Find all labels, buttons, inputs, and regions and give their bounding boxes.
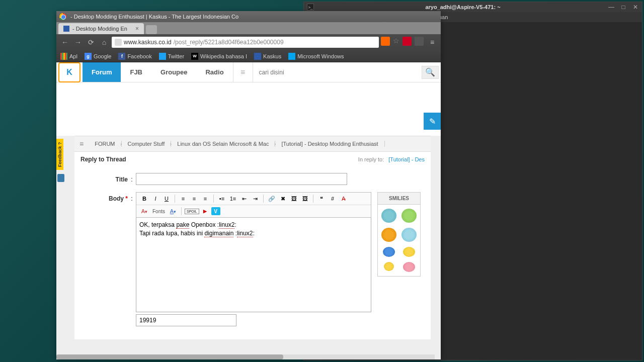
nav-forum[interactable]: Forum <box>83 62 121 82</box>
scrollbar-thumb[interactable] <box>56 354 283 359</box>
bookmark-apps[interactable]: Apl <box>60 53 77 60</box>
smiley-6[interactable] <box>403 247 415 257</box>
fonts-dropdown[interactable]: Fonts <box>150 209 167 214</box>
chrome-window[interactable]: - Desktop Modding Enthusiast | Kaskus - … <box>56 11 441 359</box>
smiley-4[interactable] <box>401 228 417 242</box>
nav-fjb[interactable]: FJB <box>121 62 151 82</box>
address-bar: ← → ⟳ ⌂ www.kaskus.co.id/post_reply/5221… <box>56 34 441 50</box>
nav-more-icon[interactable]: ≡ <box>233 62 253 82</box>
image-button[interactable]: 🖼 <box>289 194 299 203</box>
italic-button[interactable]: I <box>150 194 160 203</box>
nav-groupee[interactable]: Groupee <box>151 62 196 82</box>
breadcrumb-computer[interactable]: Computer Stuff <box>122 141 172 147</box>
search-input[interactable] <box>255 66 422 79</box>
tab-title: - Desktop Modding En <box>72 26 127 32</box>
align-center-button[interactable]: ≡ <box>189 194 199 203</box>
google-icon: g <box>85 53 92 60</box>
reply-title: Reply to Thread <box>80 156 126 163</box>
font-color-button[interactable]: A▾ <box>168 207 178 216</box>
bookmark-star-icon[interactable]: ☆ <box>393 37 399 48</box>
breadcrumb-forum[interactable]: FORUM <box>89 141 121 147</box>
ext-icon-2[interactable] <box>415 37 424 46</box>
smiley-2[interactable] <box>401 209 417 223</box>
feedback-tab[interactable]: Feedback ? <box>56 139 63 170</box>
site-icon <box>115 39 122 46</box>
outdent-button[interactable]: ⇤ <box>239 194 249 203</box>
kaskus-logo[interactable]: K <box>58 62 80 82</box>
url-input[interactable]: www.kaskus.co.id/post_reply/5221a8d04f6e… <box>112 37 379 48</box>
youtube-button[interactable]: ▶ <box>200 207 210 216</box>
home-button[interactable]: ⌂ <box>99 37 110 48</box>
maximize-button[interactable]: □ <box>620 4 627 11</box>
link-button[interactable]: 🔗 <box>267 194 277 203</box>
back-button[interactable]: ← <box>59 37 70 48</box>
bookmark-wikipedia[interactable]: WWikipedia bahasa I <box>191 53 247 60</box>
font-size-button[interactable]: A▾ <box>139 207 149 216</box>
smilies-grid <box>377 205 421 277</box>
tab-favicon <box>63 26 69 32</box>
minimize-button[interactable]: — <box>608 4 615 11</box>
quote-button[interactable]: ❝ <box>316 194 327 203</box>
forward-button[interactable]: → <box>72 37 84 48</box>
smiley-8[interactable] <box>403 262 415 272</box>
breadcrumb-menu-icon[interactable]: ≡ <box>79 140 84 148</box>
bookmark-google[interactable]: gGoogle <box>85 53 111 60</box>
body-textarea[interactable]: OK, terpaksa pake Openbox :linux2:Tapi r… <box>136 218 371 312</box>
smiley-5[interactable] <box>383 247 395 257</box>
breadcrumb-thread[interactable]: [Tutorial] - Desktop Modding Enthusiast <box>275 141 384 147</box>
unlink-button[interactable]: ✖ <box>278 194 288 203</box>
spoiler-button[interactable]: SPOIL <box>185 209 199 214</box>
clip-icon[interactable] <box>57 174 64 182</box>
indent-button[interactable]: ⇥ <box>250 194 260 203</box>
smilies-header: SMILIES <box>377 192 421 205</box>
new-tab-button[interactable] <box>146 25 157 34</box>
url-host: www.kaskus.co.id <box>124 39 172 46</box>
reload-button[interactable]: ⟳ <box>86 37 97 48</box>
terminal-titlebar[interactable]: >_ aryo_adhi@Aspire-V5-471: ~ — □ ✕ <box>304 2 642 12</box>
url-path: /post_reply/5221a8d04f6ea12b0e000009 <box>174 39 284 46</box>
search-button[interactable]: 🔍 <box>422 66 439 79</box>
window-controls: — □ ✕ <box>608 4 639 11</box>
reply-header: Reply to Thread In reply to: [Tutorial] … <box>74 152 431 167</box>
reply-form: Title : Body * : B I <box>74 167 431 339</box>
site-nav: K Forum FJB Groupee Radio ≡ 🔍 <box>56 62 441 82</box>
horizontal-scrollbar[interactable] <box>56 354 435 359</box>
bookmark-windows[interactable]: Microsoft Windows <box>288 53 344 60</box>
smilies-panel: SMILIES <box>377 192 421 326</box>
windows-icon <box>288 53 295 60</box>
tab-close-icon[interactable]: × <box>135 25 139 32</box>
close-button[interactable]: ✕ <box>632 4 639 11</box>
editor-toolbar: B I U ≡ ≡ ≡ •≡ 1≡ <box>136 192 371 218</box>
bold-button[interactable]: B <box>139 194 149 203</box>
image2-button[interactable]: 🖼 <box>300 194 310 203</box>
title-input[interactable] <box>136 173 347 185</box>
align-left-button[interactable]: ≡ <box>178 194 188 203</box>
vimeo-button[interactable]: V <box>211 207 220 215</box>
bookmark-kaskus[interactable]: Kaskus <box>254 53 281 60</box>
clear-button[interactable]: A̶ <box>339 194 349 203</box>
smiley-1[interactable] <box>381 209 396 223</box>
align-right-button[interactable]: ≡ <box>200 194 210 203</box>
nav-radio[interactable]: Radio <box>196 62 232 82</box>
breadcrumb-linux[interactable]: Linux dan OS Selain Microsoft & Mac <box>171 141 275 147</box>
underline-button[interactable]: U <box>162 194 172 203</box>
page-content: K Forum FJB Groupee Radio ≡ 🔍 ✎ Feedback… <box>56 62 441 359</box>
rss-icon[interactable] <box>381 37 390 46</box>
code-button[interactable]: # <box>328 194 338 203</box>
editor-wrap: B I U ≡ ≡ ≡ •≡ 1≡ <box>136 192 421 326</box>
tab-active[interactable]: - Desktop Modding En × <box>58 23 144 34</box>
list-bullet-button[interactable]: •≡ <box>217 194 227 203</box>
bookmark-twitter[interactable]: Twitter <box>159 53 184 60</box>
bookmark-facebook[interactable]: fFacebook <box>118 53 151 60</box>
tab-strip[interactable]: - Desktop Modding En × <box>56 22 441 34</box>
smiley-7[interactable] <box>384 262 394 271</box>
edit-badge-icon[interactable]: ✎ <box>424 113 441 130</box>
list-number-button[interactable]: 1≡ <box>228 194 238 203</box>
bookmarks-bar[interactable]: Apl gGoogle fFacebook Twitter WWikipedia… <box>56 50 441 62</box>
menu-icon[interactable]: ≡ <box>427 37 438 48</box>
ext-icon-1[interactable] <box>403 37 412 46</box>
reply-to-link[interactable]: [Tutorial] - Des <box>388 156 425 162</box>
chrome-titlebar[interactable]: - Desktop Modding Enthusiast | Kaskus - … <box>56 11 441 22</box>
chrome-icon <box>59 13 66 20</box>
smiley-3[interactable] <box>381 228 396 242</box>
